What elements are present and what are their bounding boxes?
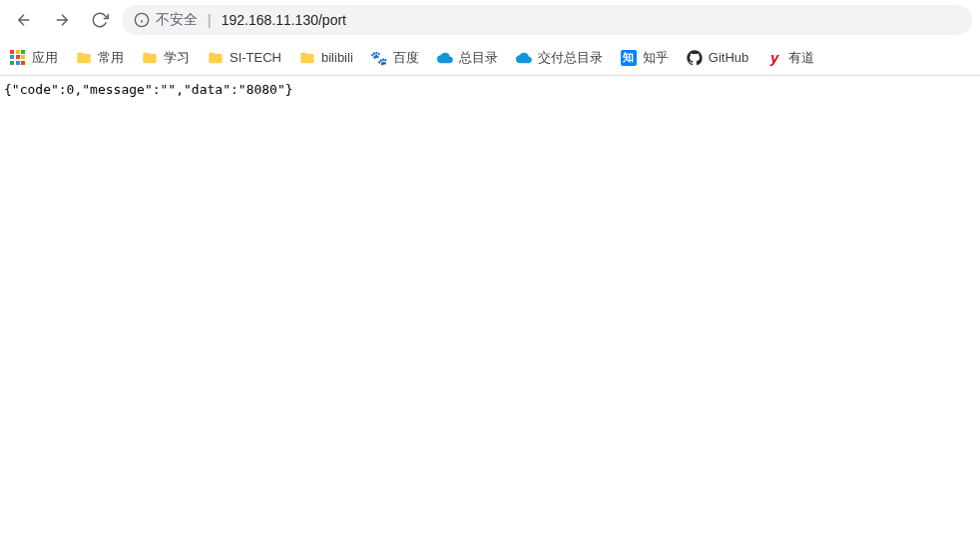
youdao-icon: y (766, 50, 782, 66)
bookmark-item[interactable]: GitHub (687, 50, 748, 66)
reload-button[interactable] (84, 4, 116, 36)
bookmark-label: 知乎 (643, 49, 669, 67)
page-body: {"code":0,"message":"","data":"8080"} (0, 76, 980, 103)
bookmark-label: SI-TECH (230, 50, 281, 65)
folder-icon (142, 50, 158, 66)
bookmark-item[interactable]: y有道 (766, 49, 814, 67)
bookmark-label: bilibili (321, 50, 353, 65)
apps-label: 应用 (32, 49, 58, 67)
folder-icon (208, 50, 224, 66)
bookmark-item[interactable]: 交付总目录 (516, 49, 603, 67)
bookmark-item[interactable]: 🐾百度 (371, 49, 419, 67)
cloud-icon (437, 50, 453, 66)
folder-icon (299, 50, 315, 66)
bookmark-label: 常用 (98, 49, 124, 67)
bookmark-item[interactable]: 知知乎 (621, 49, 669, 67)
info-icon (134, 12, 150, 28)
apps-button[interactable]: 应用 (10, 49, 58, 67)
bookmark-item[interactable]: 学习 (142, 49, 190, 67)
bookmark-label: 总目录 (459, 49, 498, 67)
browser-toolbar: 不安全 | 192.168.11.130/port (0, 0, 980, 40)
bookmark-label: 有道 (788, 49, 814, 67)
zhihu-icon: 知 (621, 50, 637, 66)
bookmark-label: 百度 (393, 49, 419, 67)
url-text: 192.168.11.130/port (222, 12, 346, 28)
bookmark-label: 学习 (164, 49, 190, 67)
bookmarks-bar: 应用 常用学习SI-TECHbilibili🐾百度总目录交付总目录知知乎GitH… (0, 40, 980, 76)
back-button[interactable] (8, 4, 40, 36)
arrow-right-icon (53, 11, 71, 29)
github-icon (687, 50, 703, 66)
url-separator: | (208, 12, 212, 28)
reload-icon (91, 11, 109, 29)
insecure-label: 不安全 (156, 11, 198, 29)
bookmark-item[interactable]: bilibili (299, 50, 353, 66)
apps-icon (10, 50, 26, 66)
bookmark-label: 交付总目录 (538, 49, 603, 67)
folder-icon (76, 50, 92, 66)
address-bar[interactable]: 不安全 | 192.168.11.130/port (122, 5, 972, 35)
bookmark-label: GitHub (709, 50, 748, 65)
arrow-left-icon (15, 11, 33, 29)
baidu-icon: 🐾 (371, 50, 387, 66)
bookmark-item[interactable]: SI-TECH (208, 50, 281, 66)
forward-button[interactable] (46, 4, 78, 36)
cloud-icon (516, 50, 532, 66)
bookmark-item[interactable]: 总目录 (437, 49, 498, 67)
bookmark-item[interactable]: 常用 (76, 49, 124, 67)
